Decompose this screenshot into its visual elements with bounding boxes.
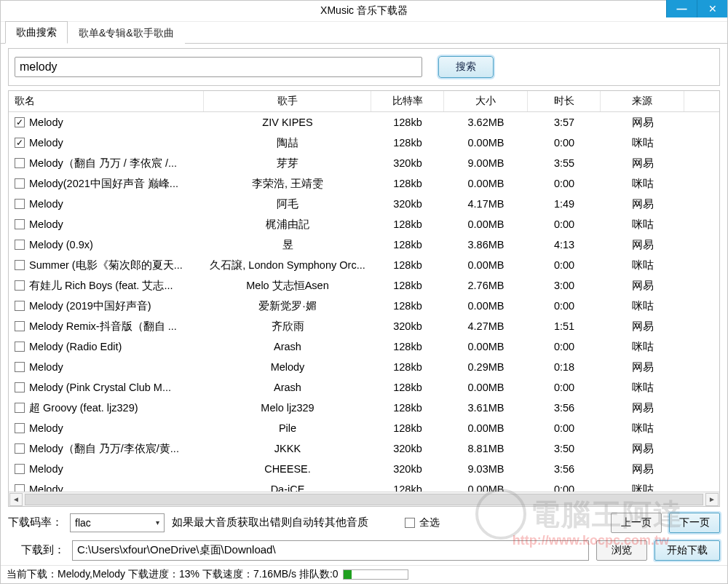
table-row[interactable]: MelodyCHEESE.320kb9.03MB3:56网易 [9, 459, 719, 479]
table-row[interactable]: Melody梶浦由記128kb0.00MB0:00咪咕 [9, 214, 719, 234]
scroll-thumb[interactable] [25, 494, 703, 505]
minimize-button[interactable]: — [666, 0, 697, 17]
row-checkbox[interactable] [15, 443, 25, 454]
col-size[interactable]: 大小 [444, 91, 528, 111]
status-bar: 当前下载：Melody,Melody 下载进度：13% 下载速度：7.16MB/… [1, 565, 727, 583]
table-row[interactable]: Melody (0.9x)昱128kb3.86MB4:13网易 [9, 234, 719, 255]
progress-bar [343, 569, 408, 580]
table-row[interactable]: Melody (2019中国好声音)爱新觉罗·媚128kb0.00MB0:00咪… [9, 296, 719, 316]
cell-bitrate: 128kb [371, 218, 444, 230]
cell-duration: 0:00 [528, 422, 601, 434]
cell-artist: Melo 艾志恒Asen [204, 279, 371, 293]
table-row[interactable]: Melody (Radio Edit)Arash128kb0.00MB0:00咪… [9, 336, 719, 357]
table-row[interactable]: Melody(2021中国好声音 巅峰...李荣浩, 王靖雯128kb0.00M… [9, 173, 719, 194]
col-artist[interactable]: 歌手 [204, 91, 371, 111]
table-row[interactable]: MelodyDa-iCE128kb0.00MB0:00咪咕 [9, 479, 719, 491]
horizontal-scrollbar[interactable]: ◄ ► [9, 492, 719, 506]
row-checkbox[interactable] [15, 138, 25, 148]
row-checkbox[interactable] [15, 362, 25, 372]
cell-source: 网易 [601, 238, 684, 252]
cell-artist: JKKK [204, 443, 371, 454]
search-input[interactable] [15, 57, 422, 77]
select-all-label: 全选 [419, 516, 440, 529]
cell-bitrate: 128kb [371, 239, 444, 250]
col-source[interactable]: 来源 [601, 91, 684, 111]
cell-source: 网易 [601, 442, 684, 456]
bitrate-select[interactable]: flac ▾ [70, 513, 165, 532]
tab-playlist-album-artist[interactable]: 歌单&专辑&歌手歌曲 [68, 22, 185, 44]
row-checkbox[interactable] [15, 382, 25, 392]
row-checkbox[interactable] [15, 403, 25, 413]
scroll-right-icon[interactable]: ► [705, 493, 719, 506]
grid-body[interactable]: MelodyZIV KIPES128kb3.62MB3:57网易Melody陶喆… [9, 112, 719, 491]
cell-source: 咪咕 [601, 483, 684, 492]
table-row[interactable]: MelodyMelody128kb0.29MB0:18网易 [9, 357, 719, 377]
table-row[interactable]: MelodyZIV KIPES128kb3.62MB3:57网易 [9, 112, 719, 133]
col-name[interactable]: 歌名 [9, 91, 204, 111]
row-checkbox[interactable] [15, 260, 25, 270]
tab-bar: 歌曲搜索 歌单&专辑&歌手歌曲 [1, 22, 727, 44]
search-button[interactable]: 搜索 [438, 56, 494, 78]
cell-name: Melody [29, 137, 63, 149]
row-checkbox[interactable] [15, 423, 25, 433]
tab-song-search[interactable]: 歌曲搜索 [5, 21, 68, 44]
table-row[interactable]: MelodyPile128kb0.00MB0:00咪咕 [9, 418, 719, 438]
app-window: XMusic 音乐下载器 — ✕ 歌曲搜索 歌单&专辑&歌手歌曲 搜索 歌名 歌… [0, 0, 728, 584]
cell-name: Melody（翻自 乃万 / 李依宸 /... [29, 157, 177, 170]
close-button[interactable]: ✕ [697, 0, 727, 17]
cell-duration: 1:49 [528, 198, 601, 210]
progress-fill [344, 570, 352, 579]
next-page-button[interactable]: 下一页 [669, 513, 720, 533]
row-checkbox[interactable] [15, 158, 25, 168]
table-row[interactable]: Melody（翻自 乃万/李依宸/黄...JKKK320kb8.81MB3:50… [9, 438, 719, 459]
table-row[interactable]: Melody陶喆128kb0.00MB0:00咪咕 [9, 133, 719, 153]
col-bitrate[interactable]: 比特率 [371, 91, 444, 111]
select-all-checkbox[interactable]: 全选 [405, 516, 440, 529]
cell-name: Melody（翻自 乃万/李依宸/黄... [29, 442, 179, 456]
cell-bitrate: 128kb [371, 117, 444, 128]
cell-bitrate: 128kb [371, 259, 444, 271]
row-checkbox[interactable] [15, 342, 25, 352]
table-row[interactable]: Melody (Pink Crystal Club M...Arash128kb… [9, 377, 719, 398]
dest-path-input[interactable] [72, 540, 589, 561]
table-row[interactable]: Summer (电影《菊次郎的夏天...久石譲, London Symphony… [9, 255, 719, 275]
row-checkbox[interactable] [15, 484, 25, 491]
bitrate-label: 下载码率： [8, 516, 63, 529]
cell-artist: Pile [204, 422, 371, 434]
cell-size: 8.81MB [444, 443, 528, 454]
table-row[interactable]: Melody（翻自 乃万 / 李依宸 /...芽芽320kb9.00MB3:55… [9, 153, 719, 173]
row-checkbox[interactable] [15, 464, 25, 474]
cell-duration: 3:57 [528, 117, 601, 128]
row-checkbox[interactable] [15, 240, 25, 250]
cell-duration: 3:50 [528, 443, 601, 454]
row-checkbox[interactable] [15, 321, 25, 331]
start-download-button[interactable]: 开始下载 [654, 540, 720, 561]
search-panel: 搜索 [8, 48, 720, 86]
cell-name: Melody [29, 117, 63, 128]
row-checkbox[interactable] [15, 199, 25, 209]
cell-duration: 3:00 [528, 280, 601, 291]
col-duration[interactable]: 时长 [528, 91, 601, 111]
row-checkbox[interactable] [15, 178, 25, 189]
table-row[interactable]: 有娃儿 Rich Boys (feat. 艾志...Melo 艾志恒Asen12… [9, 275, 719, 296]
cell-size: 0.00MB [444, 484, 528, 491]
cell-size: 3.61MB [444, 402, 528, 414]
prev-page-button[interactable]: 上一页 [611, 513, 662, 533]
browse-button[interactable]: 浏览 [596, 540, 647, 561]
row-checkbox[interactable] [15, 117, 25, 127]
table-row[interactable]: 超 Groovy (feat. ljz329)Melo ljz329128kb3… [9, 398, 719, 418]
row-checkbox[interactable] [15, 301, 25, 311]
cell-name: Summer (电影《菊次郎的夏天... [29, 259, 183, 272]
cell-duration: 0:00 [528, 178, 601, 189]
scroll-left-icon[interactable]: ◄ [9, 493, 23, 506]
window-controls: — ✕ [666, 0, 727, 17]
row-checkbox[interactable] [15, 219, 25, 229]
cell-source: 网易 [601, 116, 684, 130]
cell-duration: 3:55 [528, 157, 601, 169]
cell-source: 网易 [601, 360, 684, 374]
table-row[interactable]: Melody阿毛320kb4.17MB1:49网易 [9, 194, 719, 214]
table-row[interactable]: Melody Remix-抖音版（翻自 ...齐欣雨320kb4.27MB1:5… [9, 316, 719, 336]
cell-bitrate: 320kb [371, 443, 444, 454]
row-checkbox[interactable] [15, 280, 25, 291]
titlebar[interactable]: XMusic 音乐下载器 — ✕ [1, 1, 727, 22]
